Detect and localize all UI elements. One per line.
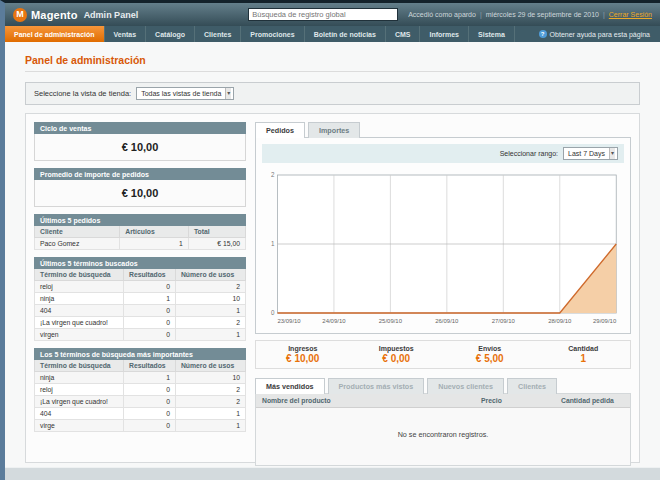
- current-date-text: miércoles 29 de septiembre de 2010: [486, 11, 599, 18]
- products-table-header: Nombre del producto Precio Cantidad pedi…: [256, 394, 630, 408]
- orders-area-chart: 01223/09/1024/09/1025/09/1026/09/1027/09…: [264, 169, 622, 327]
- table-row[interactable]: virge 0 1: [35, 420, 246, 432]
- last-search-terms-box: Últimos 5 términos buscados Término de b…: [34, 257, 246, 341]
- column-header: Término de búsqueda: [35, 269, 124, 281]
- table-row[interactable]: Paco Gomez 1 € 15,00: [35, 238, 246, 250]
- table-row[interactable]: virgen 0 1: [35, 329, 246, 341]
- nav-item-newsletter[interactable]: Boletín de noticias: [305, 26, 386, 42]
- range-select[interactable]: Last 7 Days ▾: [563, 147, 618, 160]
- cell-term: ninja: [35, 372, 124, 384]
- nav-item-sales[interactable]: Ventas: [105, 26, 147, 42]
- svg-text:26/09/10: 26/09/10: [435, 317, 459, 324]
- tab-mas-vendidos[interactable]: Más vendidos: [255, 378, 325, 394]
- global-search-input[interactable]: [248, 8, 398, 21]
- cell-results: 0: [123, 384, 175, 396]
- cell-term: ¡La virgen que cuadro!: [35, 396, 124, 408]
- chevron-down-icon: ▾: [609, 148, 615, 159]
- empty-records-message: No se encontraron registros.: [256, 408, 630, 465]
- average-order-title: Promedio de importe de pedidos: [34, 168, 246, 180]
- main-nav: Panel de administración Ventas Catálogo …: [5, 26, 660, 42]
- table-row[interactable]: 404 0 1: [35, 408, 246, 420]
- cell-uses: 1: [175, 305, 245, 317]
- column-header-quantity: Cantidad pedida: [555, 394, 630, 407]
- store-view-switcher: Seleccione la vista de tienda: Todas las…: [25, 82, 640, 105]
- nav-item-catalog[interactable]: Catálogo: [146, 26, 195, 42]
- cell-results: 1: [123, 293, 175, 305]
- sales-cycle-box: Ciclo de ventas € 10,00: [34, 122, 246, 161]
- table-row[interactable]: ninja 1 10: [35, 293, 246, 305]
- tab-pedidos[interactable]: Pedidos: [255, 122, 305, 138]
- column-header: Resultados: [123, 269, 175, 281]
- nav-item-system[interactable]: Sistema: [469, 26, 515, 42]
- cell-total: € 15,00: [188, 238, 245, 250]
- cell-uses: 1: [175, 408, 245, 420]
- nav-item-dashboard[interactable]: Panel de administración: [5, 26, 105, 42]
- cell-uses: 2: [175, 384, 245, 396]
- cell-results: 0: [123, 305, 175, 317]
- cell-term: reloj: [35, 384, 124, 396]
- nav-item-reports[interactable]: Informes: [420, 26, 469, 42]
- table-row[interactable]: reloj 0 2: [35, 384, 246, 396]
- svg-text:23/09/10: 23/09/10: [277, 317, 301, 324]
- nav-item-promotions[interactable]: Promociones: [241, 26, 304, 42]
- stat-ingresos: Ingresos € 10,00: [256, 345, 350, 364]
- svg-text:24/09/10: 24/09/10: [322, 317, 346, 324]
- stat-cantidad: Cantidad 1: [537, 345, 631, 364]
- page-title: Panel de administración: [25, 54, 640, 72]
- header-bar: M Magento Admin Panel Accedió como apard…: [5, 3, 660, 26]
- table-row[interactable]: ¡La virgen que cuadro! 0 2: [35, 317, 246, 329]
- range-selected-value: Last 7 Days: [568, 150, 605, 157]
- magento-logo-icon: M: [13, 8, 27, 22]
- cell-term: ¡La virgen que cuadro!: [35, 317, 124, 329]
- dashboard-right-column: Pedidos Importes Seleccionar rango: Last…: [255, 122, 631, 454]
- last-search-terms-table: Término de búsqueda Resultados Número de…: [34, 269, 246, 341]
- cell-uses: 1: [175, 329, 245, 341]
- chart-panel: Seleccionar rango: Last 7 Days ▾ 01223/0…: [255, 137, 631, 334]
- cell-results: 0: [123, 281, 175, 293]
- average-order-value: € 10,00: [34, 180, 246, 207]
- last-orders-title: Últimos 5 pedidos: [34, 214, 246, 226]
- logged-in-as-text: Accedió como apardo: [408, 11, 476, 18]
- logo-subtitle: Admin Panel: [84, 10, 139, 20]
- nav-item-cms[interactable]: CMS: [386, 26, 421, 42]
- table-row[interactable]: ninja 1 10: [35, 372, 246, 384]
- table-row[interactable]: reloj 0 2: [35, 281, 246, 293]
- help-label: Obtener ayuda para esta página: [550, 31, 650, 38]
- content-area: Panel de administración Seleccione la vi…: [5, 42, 660, 463]
- dashboard-container: Ciclo de ventas € 10,00 Promedio de impo…: [25, 113, 640, 463]
- table-row[interactable]: 404 0 1: [35, 305, 246, 317]
- tab-productos-mas-vistos[interactable]: Productos más vistos: [328, 378, 425, 394]
- cell-results: 0: [123, 420, 175, 432]
- column-header-price: Precio: [475, 394, 555, 407]
- stat-value: € 5,00: [443, 353, 537, 364]
- separator: |: [480, 11, 482, 18]
- top-search-terms-table: Término de búsqueda Resultados Número de…: [34, 360, 246, 432]
- tab-importes[interactable]: Importes: [308, 122, 360, 138]
- column-header: Número de usos: [175, 269, 245, 281]
- cell-uses: 10: [175, 372, 245, 384]
- table-row[interactable]: ¡La virgen que cuadro! 0 2: [35, 396, 246, 408]
- svg-text:0: 0: [271, 309, 275, 316]
- store-view-selected-value: Todas las vistas de tienda: [141, 90, 221, 97]
- help-link[interactable]: ? Obtener ayuda para esta página: [539, 26, 660, 42]
- nav-item-customers[interactable]: Clientes: [195, 26, 241, 42]
- cell-items: 1: [120, 238, 189, 250]
- magento-admin-window: M Magento Admin Panel Accedió como apard…: [0, 0, 660, 480]
- cell-uses: 10: [175, 293, 245, 305]
- column-header: Cliente: [35, 226, 120, 238]
- store-view-select[interactable]: Todas las vistas de tienda ▾: [136, 87, 234, 100]
- logout-link[interactable]: Cerrar Sesión: [609, 11, 652, 18]
- svg-text:29/09/10: 29/09/10: [593, 317, 617, 324]
- tab-nuevos-clientes[interactable]: Nuevos clientes: [427, 378, 504, 394]
- top-search-terms-title: Los 5 términos de búsqueda más important…: [34, 348, 246, 360]
- tab-clientes[interactable]: Clientes: [507, 378, 557, 394]
- last-search-terms-title: Últimos 5 términos buscados: [34, 257, 246, 269]
- store-view-label: Seleccione la vista de tienda:: [34, 89, 131, 98]
- stat-value: € 10,00: [256, 353, 350, 364]
- cell-term: 404: [35, 305, 124, 317]
- products-table: Nombre del producto Precio Cantidad pedi…: [255, 393, 631, 466]
- chart-tabs: Pedidos Importes: [255, 122, 631, 138]
- cell-uses: 2: [175, 281, 245, 293]
- dashboard-left-column: Ciclo de ventas € 10,00 Promedio de impo…: [34, 122, 246, 454]
- stat-label: Cantidad: [537, 345, 631, 352]
